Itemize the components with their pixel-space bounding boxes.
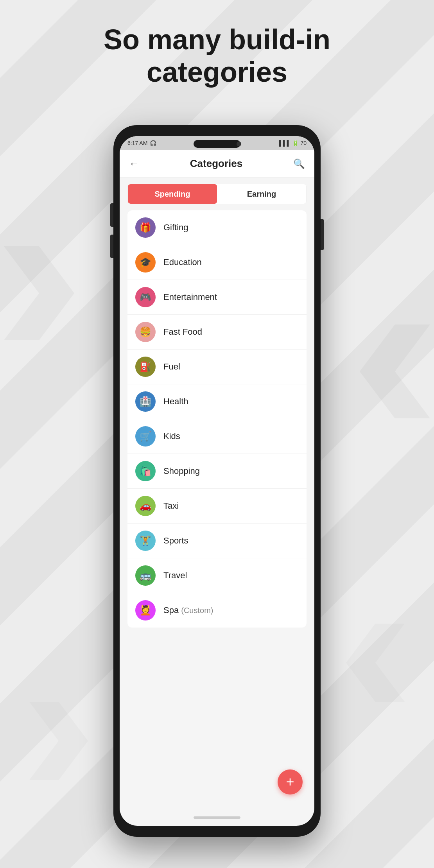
svg-marker-2 bbox=[29, 702, 88, 780]
category-label-education: Education bbox=[163, 257, 202, 267]
svg-marker-1 bbox=[360, 325, 430, 418]
list-item[interactable]: 🏋️Sports bbox=[127, 524, 307, 558]
list-item[interactable]: ⛽Fuel bbox=[127, 350, 307, 384]
category-icon-health: 🏥 bbox=[135, 391, 156, 412]
category-label-fast-food: Fast Food bbox=[163, 327, 202, 337]
notch bbox=[194, 140, 240, 148]
category-label-shopping: Shopping bbox=[163, 466, 200, 476]
svg-marker-0 bbox=[4, 246, 74, 340]
list-item[interactable]: 🚗Taxi bbox=[127, 489, 307, 524]
vol-down-button bbox=[110, 235, 113, 258]
category-icon-education: 🎓 bbox=[135, 252, 156, 273]
category-icon-fast-food: 🍔 bbox=[135, 322, 156, 342]
category-icon-kids: 🛒 bbox=[135, 426, 156, 447]
vol-up-button bbox=[110, 203, 113, 227]
back-button[interactable]: ← bbox=[129, 158, 139, 170]
home-bar bbox=[194, 816, 240, 819]
camera bbox=[237, 142, 241, 146]
list-item[interactable]: 🎓Education bbox=[127, 245, 307, 280]
search-button[interactable]: 🔍 bbox=[293, 158, 305, 169]
category-label-kids: Kids bbox=[163, 431, 180, 441]
category-label-taxi: Taxi bbox=[163, 501, 179, 511]
page-header: So many build-in categories bbox=[0, 23, 434, 88]
phone-screen: 6:17 AM 🎧 ▌▌▌ 🔋 70 ← Categories 🔍 Spendi… bbox=[120, 136, 314, 826]
battery-level: 70 bbox=[300, 140, 307, 146]
category-label-spa: Spa (Custom) bbox=[163, 605, 213, 615]
signal-icon: ▌▌▌ bbox=[279, 140, 291, 146]
category-icon-gifting: 🎁 bbox=[135, 217, 156, 238]
category-icon-fuel: ⛽ bbox=[135, 357, 156, 377]
list-item[interactable]: 🎁Gifting bbox=[127, 210, 307, 245]
list-item[interactable]: 🚌Travel bbox=[127, 558, 307, 593]
list-item[interactable]: 🛒Kids bbox=[127, 419, 307, 454]
list-item[interactable]: 💆Spa (Custom) bbox=[127, 593, 307, 628]
status-time: 6:17 AM bbox=[127, 140, 147, 146]
category-label-health: Health bbox=[163, 396, 188, 407]
tab-spending[interactable]: Spending bbox=[128, 184, 217, 204]
power-button bbox=[321, 219, 324, 250]
list-item[interactable]: 🍔Fast Food bbox=[127, 315, 307, 350]
category-icon-spa: 💆 bbox=[135, 600, 156, 621]
headline: So many build-in categories bbox=[0, 23, 434, 88]
category-label-gifting: Gifting bbox=[163, 222, 188, 233]
svg-marker-3 bbox=[346, 624, 405, 702]
category-icon-travel: 🚌 bbox=[135, 565, 156, 586]
list-item[interactable]: 🎮Entertainment bbox=[127, 280, 307, 315]
category-label-travel: Travel bbox=[163, 570, 187, 581]
tab-earning[interactable]: Earning bbox=[217, 184, 306, 204]
category-label-sports: Sports bbox=[163, 536, 188, 546]
category-icon-sports: 🏋️ bbox=[135, 531, 156, 551]
list-item[interactable]: 🛍️Shopping bbox=[127, 454, 307, 489]
add-category-button[interactable]: + bbox=[278, 769, 303, 794]
category-list: 🎁Gifting🎓Education🎮Entertainment🍔Fast Fo… bbox=[127, 210, 307, 628]
category-icon-shopping: 🛍️ bbox=[135, 461, 156, 481]
headphone-icon: 🎧 bbox=[150, 140, 156, 146]
list-item[interactable]: 🏥Health bbox=[127, 384, 307, 419]
phone-frame: 6:17 AM 🎧 ▌▌▌ 🔋 70 ← Categories 🔍 Spendi… bbox=[113, 125, 321, 837]
battery-icon: 🔋 bbox=[292, 140, 299, 146]
category-label-entertainment: Entertainment bbox=[163, 292, 217, 302]
top-bar: ← Categories 🔍 bbox=[120, 150, 314, 178]
category-icon-entertainment: 🎮 bbox=[135, 287, 156, 307]
category-icon-taxi: 🚗 bbox=[135, 496, 156, 516]
plus-icon: + bbox=[286, 774, 294, 790]
category-label-fuel: Fuel bbox=[163, 362, 180, 372]
screen-title: Categories bbox=[190, 158, 242, 170]
tab-bar: Spending Earning bbox=[127, 184, 307, 204]
